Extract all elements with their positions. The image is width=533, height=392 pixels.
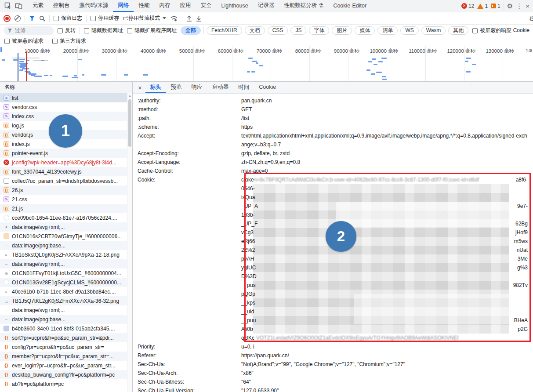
scroll-up-icon[interactable]: ▲	[128, 94, 131, 97]
request-row[interactable]: {}ever_login?pr=ucpro&fr=pc&uc_param_str…	[0, 361, 132, 370]
network-conditions-icon[interactable]	[170, 15, 178, 22]
chip-文档[interactable]: 文档	[245, 26, 265, 35]
tab-性能数据分析[interactable]: 性能数据分析⚗	[279, 0, 328, 12]
disable-cache-checkbox[interactable]: 停用缓存	[91, 15, 119, 22]
close-devtools-icon[interactable]: ×	[526, 3, 529, 9]
detail-tab-预览[interactable]: 预览	[166, 82, 187, 93]
tab-网络[interactable]: 网络	[113, 0, 134, 12]
overview-bar	[19, 69, 23, 71]
tab-元素[interactable]: 元素	[28, 0, 48, 12]
request-row[interactable]: {}desktop_buwang_config?fr=pc&platform=p…	[0, 370, 132, 379]
issues-badge[interactable]: 1	[491, 3, 500, 9]
hide-extension-urls-checkbox[interactable]: 隐藏扩展程序网址	[127, 27, 177, 34]
chip-CSS[interactable]: CSS	[268, 26, 288, 35]
request-row[interactable]: {}config?pr=ucpro&fr=pc&uc_param_str=	[0, 342, 132, 352]
tab-Lighthouse[interactable]: Lighthouse	[216, 0, 253, 12]
filter-input[interactable]: 过滤	[4, 26, 54, 35]
preserve-log-checkbox[interactable]: 保留日志	[54, 15, 82, 22]
tab-应用[interactable]: 应用	[175, 0, 196, 12]
close-detail-icon[interactable]: ×	[136, 84, 145, 91]
request-row[interactable]: collect?uc_param_str=dndsfrpfbibdosvessb…	[0, 176, 132, 185]
css-icon: ✎	[4, 104, 9, 110]
request-row[interactable]: ✕jconfig?wpk-header=app%3Dcy68jy8t-3i4d.…	[0, 158, 132, 167]
hide-data-urls-checkbox[interactable]: 隐藏数据网址	[84, 27, 123, 34]
chip-JS[interactable]: JS	[290, 26, 306, 35]
cookie-line-1: ctoken=8c7BFIlQR7cAdWdCl3c4kCn;b-user-id…	[241, 175, 529, 184]
overview-bar	[466, 71, 471, 73]
request-row[interactable]: ✎21.css	[0, 195, 132, 204]
detail-tab-时间[interactable]: 时间	[233, 82, 254, 93]
request-row[interactable]: cce09bc0-1654-11ee-81e7-a167056c2d24....	[0, 213, 132, 222]
tab-控制台[interactable]: 控制台	[48, 0, 75, 12]
timeline-label: 120000 毫秒	[447, 48, 475, 54]
request-row[interactable]: –data:image/png;base...	[0, 315, 132, 324]
detail-tab-标头[interactable]: 标头	[145, 82, 166, 93]
request-row[interactable]: ·data:image/svg+xml;...	[0, 305, 132, 315]
request-row[interactable]: O1CN013Gv28E1gScycjCLMS_!!600000000...	[0, 278, 132, 287]
tab-内存[interactable]: 内存	[154, 0, 175, 12]
device-toolbar-icon[interactable]	[13, 1, 24, 11]
clear-network-log-button[interactable]	[15, 15, 21, 22]
scrollbar-thumb[interactable]	[128, 99, 131, 147]
detail-tab-Cookie[interactable]: Cookie	[254, 82, 281, 93]
search-icon[interactable]	[39, 15, 45, 22]
inspect-element-icon[interactable]	[3, 1, 13, 11]
more-options-icon[interactable]: ⋮	[516, 3, 522, 9]
network-overview-timeline[interactable]: 10000 毫秒20000 毫秒30000 毫秒40000 毫秒50000 毫秒…	[0, 46, 533, 82]
request-row[interactable]: ▸TB1oSkstQL0gK0jSZFAXXcA9pXa-12-18.png	[0, 250, 132, 259]
request-row[interactable]: {}member?pr=ucpro&fr=pc&uc_param_str=...	[0, 352, 132, 361]
request-row[interactable]: O1CN016s2CBT20wfGimyTje_!!6000000006...	[0, 232, 132, 241]
import-har-icon[interactable]	[186, 15, 192, 22]
network-settings-gear-icon[interactable]: ⚙	[529, 15, 533, 23]
chip-清单[interactable]: 清单	[377, 26, 398, 35]
throttling-dropdown[interactable]: 已停用节流模式	[123, 15, 166, 22]
detail-tab-响应[interactable]: 响应	[187, 82, 207, 93]
request-row[interactable]: b4bb3600-34e0-11ed-8bf3-015ab2cfa345....	[0, 324, 132, 333]
header-row: Cookie:ctoken=8c7BFIlQR7cAdWdCl3c4kCn;b-…	[133, 175, 533, 342]
detail-tab-启动器[interactable]: 启动器	[207, 82, 234, 93]
request-row[interactable]: ◉O1CN01FFvyT01kjLtoUxG5C_!!6000000004...	[0, 269, 132, 278]
request-row[interactable]: ✎vendor.css	[0, 102, 132, 112]
cookie-fragment: __uid	[241, 307, 254, 316]
tab-性能[interactable]: 性能	[134, 0, 154, 12]
chip-媒体[interactable]: 媒体	[355, 26, 375, 35]
request-row[interactable]: ⌕data:image/svg+xml;...	[0, 222, 132, 232]
export-har-icon[interactable]	[196, 15, 202, 22]
request-row[interactable]: ≡list	[0, 93, 132, 102]
console-errors-badge[interactable]: ✕ 12	[461, 3, 474, 9]
request-row[interactable]: ▢TB1J5Q7tKL2gK0jSZFmXXc7iXXa-36-32.png	[0, 296, 132, 305]
request-row[interactable]: ()font_3307044_4l139eotewy.js	[0, 167, 132, 176]
request-row[interactable]: –data:image/svg+xml;...	[0, 259, 132, 269]
chip-WS[interactable]: WS	[400, 26, 418, 35]
settings-gear-icon[interactable]: ⚙	[507, 3, 513, 9]
tab-安全[interactable]: 安全	[196, 0, 216, 12]
request-row[interactable]: –data:image/png;base...	[0, 241, 132, 250]
chip-字体[interactable]: 字体	[309, 26, 329, 35]
name-column-header[interactable]: 名称	[0, 82, 132, 93]
chip-Wasm[interactable]: Wasm	[421, 26, 446, 35]
chip-Fetch/XHR[interactable]: Fetch/XHR	[207, 26, 242, 35]
request-name: sort?pr=ucpro&fr=pc&uc_param_str=&pdi...	[12, 335, 114, 341]
tab-记录器[interactable]: 记录器	[253, 0, 279, 12]
invert-filter-checkbox[interactable]: 反转	[58, 27, 76, 34]
record-network-log-button[interactable]	[4, 15, 11, 22]
request-row[interactable]: ()pointer-event.js	[0, 149, 132, 158]
filter-funnel-icon[interactable]	[29, 15, 35, 21]
blocked-response-cookies-checkbox[interactable]: 被屏蔽的响应 Cookie	[472, 27, 529, 34]
console-warnings-badge[interactable]: 1	[477, 3, 488, 9]
blocked-requests-checkbox[interactable]: 被屏蔽的请求	[4, 37, 44, 45]
third-party-requests-checkbox[interactable]: 第三方请求	[52, 37, 86, 45]
chip-图片[interactable]: 图片	[332, 26, 352, 35]
tab-源代码/来源[interactable]: 源代码/来源	[75, 0, 113, 12]
tab-Cookie-Editor[interactable]: Cookie-Editor	[328, 0, 371, 12]
request-list-scrollbar[interactable]: ▲	[127, 93, 132, 392]
request-row[interactable]: {}sort?pr=ucpro&fr=pc&uc_param_str=&pdi.…	[0, 333, 132, 342]
chip-全部[interactable]: 全部	[181, 26, 201, 35]
header-row: :path:/list	[133, 114, 533, 123]
request-row[interactable]: ()21.js	[0, 204, 132, 213]
request-row[interactable]: {}ab?fr=pc&platform=pc	[0, 379, 132, 388]
request-name: list	[12, 95, 18, 101]
chip-其他[interactable]: 其他	[448, 26, 468, 35]
request-row[interactable]: ▸40ce61b0-b71b-11ec-8bef-d9a13bbd84ec...…	[0, 287, 132, 296]
request-row[interactable]: ()26.js	[0, 185, 132, 195]
